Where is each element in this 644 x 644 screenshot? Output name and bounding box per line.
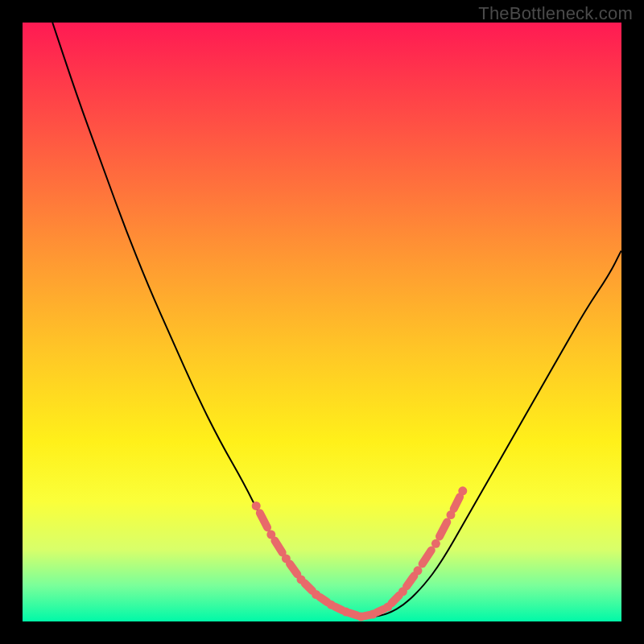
marker-segment [290, 564, 297, 574]
marker-segment [377, 609, 384, 612]
chart-svg [23, 23, 621, 621]
marker-segment [260, 513, 267, 527]
marker-segment [392, 596, 399, 604]
marker-segment [320, 597, 327, 602]
marker-segment [305, 584, 312, 591]
marker-segment [423, 551, 431, 564]
marker-dot [252, 502, 261, 510]
marker-segment [275, 541, 282, 553]
marker-segment [440, 522, 447, 537]
curve-markers [252, 486, 468, 621]
marker-segment [349, 613, 357, 616]
watermark-text: TheBottleneck.com [478, 3, 633, 24]
marker-segment [454, 497, 460, 509]
curve-line [52, 23, 621, 617]
marker-segment [407, 576, 414, 586]
marker-dot [431, 539, 440, 548]
marker-dot [458, 486, 467, 495]
marker-segment [335, 606, 342, 610]
